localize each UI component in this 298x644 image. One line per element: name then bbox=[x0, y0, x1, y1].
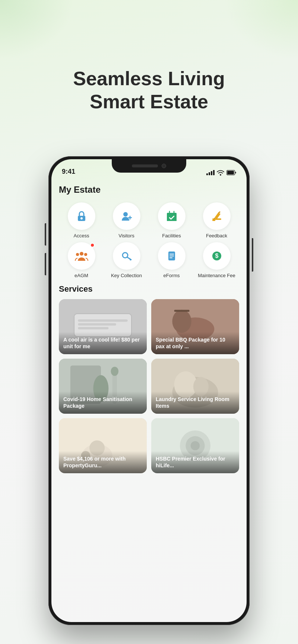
icon-item-facilities[interactable]: Facilities bbox=[149, 202, 194, 238]
key-icon bbox=[120, 249, 133, 263]
service-card-hsbc-text: HSBC Premier Exclusive for hiLife... bbox=[156, 456, 225, 468]
visitors-label: Visitors bbox=[118, 233, 134, 238]
svg-point-15 bbox=[76, 253, 79, 256]
group-icon bbox=[74, 249, 89, 263]
svg-rect-29 bbox=[78, 323, 116, 326]
svg-point-51 bbox=[191, 441, 200, 451]
svg-point-3 bbox=[80, 217, 83, 220]
front-camera bbox=[162, 164, 166, 168]
status-icons bbox=[206, 170, 236, 176]
calendar-check-icon bbox=[165, 209, 178, 223]
service-card-guru[interactable]: Save $4,106 or more with PropertyGuru... bbox=[59, 418, 147, 473]
eforms-label: eForms bbox=[163, 273, 180, 278]
service-card-hsbc[interactable]: HSBC Premier Exclusive for hiLife... bbox=[151, 418, 239, 473]
icon-item-visitors[interactable]: Visitors bbox=[104, 202, 149, 238]
key-collection-icon-circle bbox=[113, 242, 140, 270]
service-card-guru-text: Save $4,106 or more with PropertyGuru... bbox=[63, 456, 126, 468]
service-card-laundry-text: Laundry Service Living Room Items bbox=[156, 396, 229, 409]
svg-point-33 bbox=[172, 310, 191, 333]
service-card-laundry[interactable]: Laundry Service Living Room Items bbox=[151, 359, 239, 414]
facilities-icon-circle bbox=[158, 202, 186, 230]
eagm-label: eAGM bbox=[74, 273, 88, 278]
service-card-bbq-overlay: Special BBQ Package for 10 pax at only .… bbox=[151, 332, 239, 354]
wifi-icon bbox=[217, 170, 224, 176]
svg-rect-34 bbox=[174, 310, 190, 312]
icon-item-access[interactable]: Access bbox=[59, 202, 104, 238]
app-content: My Estate Access bbox=[51, 179, 247, 622]
key-collection-label: Key Collection bbox=[111, 273, 142, 278]
service-card-ac-text: A cool air is a cool life! $80 per unit … bbox=[63, 337, 140, 349]
facilities-label: Facilities bbox=[162, 233, 181, 238]
pencil-icon bbox=[210, 209, 224, 223]
svg-rect-11 bbox=[167, 214, 177, 221]
power-button bbox=[252, 238, 253, 272]
svg-rect-13 bbox=[212, 220, 215, 221]
headline-text: Seamless Living Smart Estate bbox=[0, 67, 298, 113]
lock-icon bbox=[75, 209, 88, 223]
service-card-guru-overlay: Save $4,106 or more with PropertyGuru... bbox=[59, 451, 147, 473]
access-icon-circle bbox=[68, 202, 95, 230]
icon-item-maintenance-fee[interactable]: $ Maintenance Fee bbox=[194, 242, 239, 278]
svg-point-4 bbox=[123, 212, 128, 217]
phone-notch bbox=[112, 159, 186, 173]
svg-rect-30 bbox=[78, 327, 108, 329]
status-time: 9:41 bbox=[62, 168, 75, 176]
speaker-grille bbox=[132, 164, 158, 167]
maintenance-fee-icon-circle: $ bbox=[203, 242, 231, 270]
volume-down-button bbox=[45, 253, 46, 275]
notification-badge bbox=[90, 243, 95, 247]
service-card-hsbc-overlay: HSBC Premier Exclusive for hiLife... bbox=[151, 451, 239, 473]
eforms-icon-circle bbox=[158, 242, 186, 270]
access-label: Access bbox=[74, 233, 89, 238]
svg-point-39 bbox=[111, 367, 119, 376]
service-card-ac-overlay: A cool air is a cool life! $80 per unit … bbox=[59, 332, 147, 354]
signal-strength-icon bbox=[206, 170, 215, 175]
maintenance-fee-label: Maintenance Fee bbox=[198, 273, 235, 278]
person-add-icon bbox=[120, 209, 133, 223]
service-card-covid[interactable]: Covid-19 Home Sanitisation Package bbox=[59, 359, 147, 414]
svg-text:$: $ bbox=[215, 253, 218, 259]
services-title: Services bbox=[59, 284, 239, 294]
bg-blob-topleft bbox=[0, 0, 74, 60]
phone-mockup: 9:41 bbox=[48, 156, 250, 625]
icon-item-eforms[interactable]: eForms bbox=[149, 242, 194, 278]
service-card-bbq-text: Special BBQ Package for 10 pax at only .… bbox=[156, 337, 225, 349]
feedback-label: Feedback bbox=[206, 233, 227, 238]
feedback-icon-circle bbox=[203, 202, 231, 230]
svg-rect-28 bbox=[78, 320, 127, 322]
phone-frame: 9:41 bbox=[48, 156, 250, 625]
service-card-laundry-overlay: Laundry Service Living Room Items bbox=[151, 391, 239, 414]
volume-up-button bbox=[45, 223, 46, 246]
eagm-icon-circle bbox=[68, 242, 95, 270]
icon-item-eagm[interactable]: eAGM bbox=[59, 242, 104, 278]
icon-item-key-collection[interactable]: Key Collection bbox=[104, 242, 149, 278]
service-card-covid-text: Covid-19 Home Sanitisation Package bbox=[63, 396, 132, 409]
app-title: My Estate bbox=[59, 185, 239, 195]
battery-icon bbox=[226, 170, 236, 175]
service-card-covid-overlay: Covid-19 Home Sanitisation Package bbox=[59, 391, 147, 414]
phone-screen: 9:41 bbox=[51, 159, 247, 622]
svg-point-14 bbox=[80, 252, 83, 256]
service-card-ac[interactable]: A cool air is a cool life! $80 per unit … bbox=[59, 299, 147, 354]
service-card-bbq[interactable]: Special BBQ Package for 10 pax at only .… bbox=[151, 299, 239, 354]
services-grid: A cool air is a cool life! $80 per unit … bbox=[59, 299, 239, 473]
svg-point-16 bbox=[84, 253, 87, 256]
bg-blob-topright bbox=[224, 0, 298, 60]
dollar-icon: $ bbox=[210, 249, 224, 263]
headline-section: Seamless Living Smart Estate bbox=[0, 67, 298, 113]
icon-grid: Access Visitors bbox=[59, 202, 239, 278]
svg-rect-1 bbox=[227, 171, 234, 174]
document-icon bbox=[165, 249, 178, 263]
visitors-icon-circle bbox=[113, 202, 140, 230]
icon-item-feedback[interactable]: Feedback bbox=[194, 202, 239, 238]
